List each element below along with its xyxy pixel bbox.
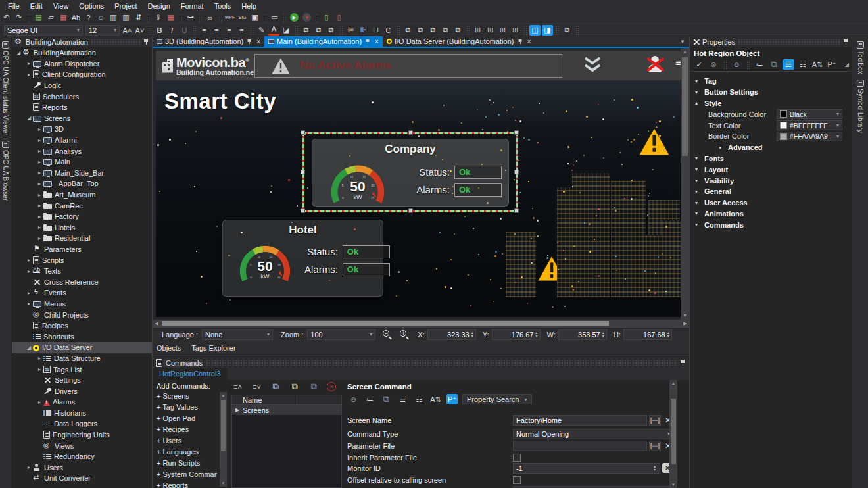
license-key-icon[interactable]: ⊶ bbox=[185, 12, 196, 23]
to-image-icon[interactable]: ⧉ bbox=[301, 25, 312, 36]
help-icon[interactable]: ? bbox=[83, 12, 94, 23]
field-select[interactable]: Normal Opening▾ bbox=[513, 429, 673, 439]
sort-view-icon[interactable]: ☷ bbox=[797, 59, 809, 70]
section-button-settings[interactable]: ▾Button Settings bbox=[690, 87, 852, 98]
section-tag[interactable]: ▾Tag bbox=[690, 76, 852, 87]
align-right-icon[interactable]: ≡ bbox=[224, 25, 235, 36]
grow-font-icon[interactable]: A˄ bbox=[122, 25, 133, 36]
tree-item-camrec[interactable]: ▸CamRec bbox=[12, 200, 152, 211]
server-stop-icon[interactable]: ▯ bbox=[333, 12, 345, 23]
dock-tab-opc-ua-client-status-viewer[interactable]: OPC UA Client status Viewer bbox=[0, 41, 11, 135]
add-command-tag-values[interactable]: + Tag Values bbox=[157, 403, 217, 414]
apply-icon[interactable]: ✓ bbox=[693, 59, 705, 70]
close-icon[interactable]: × bbox=[375, 38, 379, 45]
tab-tags-explorer[interactable]: Tags Explorer bbox=[191, 344, 235, 352]
new-file-icon[interactable]: ▤ bbox=[33, 12, 44, 23]
menu-format[interactable]: Format bbox=[176, 1, 209, 11]
field-checkbox[interactable] bbox=[513, 454, 521, 462]
tree-item-factory[interactable]: ▸Factory bbox=[12, 211, 152, 222]
start-runtime-icon[interactable]: ▶ bbox=[289, 12, 300, 23]
wpf-designer-icon[interactable]: WPF bbox=[224, 12, 235, 23]
section-visibility[interactable]: ▾Visibility bbox=[690, 175, 852, 186]
grid-show-icon[interactable]: ⊞ bbox=[497, 25, 508, 36]
w-field[interactable]: 353.57▴▾ bbox=[558, 329, 607, 340]
tree-item-hotels[interactable]: ▸Hotels bbox=[12, 222, 152, 233]
shrink-font-icon[interactable]: A˅ bbox=[134, 25, 145, 36]
menu-file[interactable]: File bbox=[3, 1, 25, 11]
field-input[interactable] bbox=[513, 441, 647, 451]
section-layout[interactable]: ▾Layout bbox=[690, 164, 852, 175]
remove-project-icon[interactable]: ▦ bbox=[165, 12, 176, 23]
dock-tab-symbol-library[interactable]: Symbol Library bbox=[852, 80, 868, 133]
save-icon[interactable]: ▥ bbox=[108, 12, 119, 23]
tree-item-schedulers[interactable]: Schedulers bbox=[12, 91, 152, 102]
add-command-open-pad[interactable]: + Open Pad bbox=[157, 414, 217, 426]
doc-tab-i-o-data-server-buildingautomation[interactable]: I/O Data Server (BuildingAutomation)× bbox=[383, 36, 535, 47]
add-command-recipes[interactable]: + Recipes bbox=[157, 426, 217, 437]
show-code-icon[interactable]: ▣ bbox=[249, 12, 260, 23]
font-family-combo[interactable]: Segoe UI▾ bbox=[4, 25, 83, 36]
add-command-users[interactable]: + Users bbox=[157, 437, 217, 448]
designer-vertical-scrollbar[interactable]: ▲▼ bbox=[681, 48, 689, 320]
rotate-icon[interactable]: C bbox=[383, 25, 394, 36]
pin-icon[interactable] bbox=[247, 39, 252, 45]
tree-item-alarms[interactable]: ▸Alarms bbox=[12, 397, 152, 408]
move-up-icon[interactable]: ≡˄ bbox=[232, 381, 243, 392]
snap-lines-icon[interactable]: ◨ bbox=[542, 25, 553, 36]
edit-style-icon[interactable]: ✎ bbox=[256, 25, 267, 36]
fill-color-icon[interactable]: ◪ bbox=[281, 25, 292, 36]
zoom-out-icon[interactable]: − bbox=[381, 329, 393, 340]
distribute-icon[interactable]: ⊪ bbox=[358, 25, 369, 36]
tree-item-buildingautomation[interactable]: ◢BuildingAutomation bbox=[12, 47, 152, 59]
attach-icon[interactable]: ∞ bbox=[205, 12, 216, 23]
section-user-access[interactable]: ▾User Access bbox=[690, 197, 852, 208]
feedback-icon[interactable]: ☺ bbox=[731, 59, 742, 70]
section-general[interactable]: ▾General bbox=[690, 186, 852, 197]
y-field[interactable]: 176.67▴▾ bbox=[492, 329, 541, 340]
categorized-icon[interactable]: ≔ bbox=[364, 394, 375, 404]
menu-options[interactable]: Options bbox=[74, 1, 109, 11]
tree-item-cross-reference[interactable]: Cross Reference bbox=[12, 276, 152, 287]
pin-icon[interactable] bbox=[143, 38, 149, 45]
comment-icon[interactable]: ▭ bbox=[269, 12, 280, 23]
tab-hotregioncontrol3[interactable]: HotRegionControl3 bbox=[153, 368, 228, 380]
cancel-icon[interactable]: ⊗ bbox=[708, 59, 719, 70]
duplicate-command-icon[interactable]: ⧉ bbox=[308, 381, 320, 392]
undo-icon[interactable]: ↶ bbox=[1, 12, 12, 23]
ellipsis-button[interactable]: [⋯] bbox=[649, 441, 661, 451]
tree-item-menus[interactable]: ▸Menus bbox=[12, 299, 152, 310]
sig-icon[interactable]: SIG bbox=[237, 12, 248, 23]
add-command-run-scripts[interactable]: + Run Scripts bbox=[157, 459, 217, 470]
tree-item-analisys[interactable]: ▸Analisys bbox=[12, 145, 152, 157]
save-all-icon[interactable]: ▥ bbox=[120, 12, 132, 23]
spell-check-icon[interactable]: Ab bbox=[70, 12, 82, 23]
tree-item-scripts[interactable]: ▸Scripts bbox=[12, 255, 152, 266]
form-scrollbar[interactable]: ▲▼ bbox=[669, 380, 677, 488]
h-field[interactable]: 167.68▴▾ bbox=[623, 329, 672, 340]
x-field[interactable]: 323.33▴▾ bbox=[427, 329, 476, 340]
close-icon[interactable]: × bbox=[527, 38, 531, 45]
backward-icon[interactable]: ⧉ bbox=[440, 25, 451, 36]
designer-horizontal-scrollbar[interactable]: ◀▶ bbox=[153, 320, 689, 327]
align-left-icon[interactable]: ≡ bbox=[199, 25, 210, 36]
menu-tools[interactable]: Tools bbox=[209, 1, 237, 11]
zoom-combo[interactable]: 100▾ bbox=[307, 329, 375, 340]
snap-to-grid-icon[interactable]: ◫ bbox=[529, 25, 541, 36]
server-start-icon[interactable]: ▯ bbox=[321, 12, 332, 23]
grid-icon[interactable]: ⊞ bbox=[472, 25, 483, 36]
hotel-widget[interactable]: Hotel 0 5 10 15 bbox=[222, 220, 383, 297]
tree-item-recipes[interactable]: Recipes bbox=[12, 320, 152, 331]
section-advanced[interactable]: ▾Advanced bbox=[690, 142, 852, 153]
pin-icon[interactable] bbox=[365, 39, 370, 45]
add-command-screens[interactable]: + Screens bbox=[157, 392, 217, 403]
tree-item-drivers[interactable]: Drivers bbox=[12, 385, 152, 397]
alpha-sort-icon[interactable]: A⇅ bbox=[430, 394, 441, 404]
sort-view-icon[interactable]: ☷ bbox=[414, 394, 425, 404]
pin-icon[interactable] bbox=[842, 38, 849, 45]
list-view-icon[interactable]: ☰ bbox=[783, 59, 794, 70]
tree-item-alarm-dispatcher[interactable]: ▸Alarm Dispatcher bbox=[12, 59, 152, 70]
tree-item-data-structure[interactable]: ▸Data Structure bbox=[12, 353, 152, 364]
tree-item-main[interactable]: ▸Main bbox=[12, 157, 152, 168]
dock-tab-toolbox[interactable]: ToolBox bbox=[852, 41, 868, 74]
close-project-icon[interactable]: ▦ bbox=[58, 12, 69, 23]
